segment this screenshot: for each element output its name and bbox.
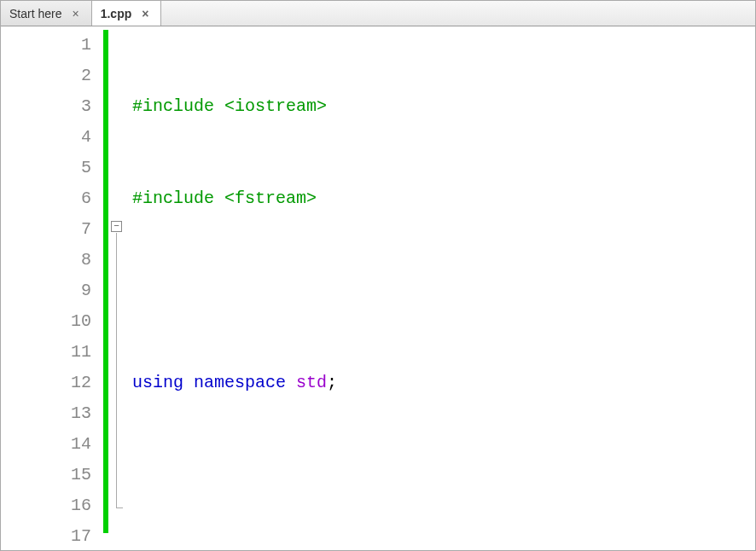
line-number: 4	[1, 122, 91, 153]
code-line	[132, 276, 755, 306]
line-number: 15	[1, 460, 91, 490]
line-number: 7	[1, 214, 91, 245]
line-number: 16	[1, 490, 91, 521]
line-number: 8	[1, 245, 91, 276]
line-number: 1	[1, 30, 91, 61]
editor-container: Start here × 1.cpp × 1 2 3 4 5 6 7 8 9 1…	[0, 0, 756, 551]
tab-label: 1.cpp	[101, 7, 132, 20]
header-name: <iostream>	[224, 96, 327, 116]
keyword: namespace	[194, 373, 286, 392]
line-number: 2	[1, 61, 91, 91]
tab-bar: Start here × 1.cpp ×	[1, 1, 755, 26]
fold-column: −	[108, 26, 125, 550]
keyword: using	[132, 373, 183, 392]
tab-label: Start here	[9, 7, 61, 20]
line-number: 9	[1, 276, 91, 306]
fold-toggle-icon[interactable]: −	[111, 221, 122, 232]
line-number: 6	[1, 183, 91, 214]
code-line: using namespace std;	[132, 368, 755, 398]
line-number: 10	[1, 306, 91, 337]
code-line	[132, 460, 755, 490]
line-number: 14	[1, 429, 91, 460]
line-number: 5	[1, 153, 91, 183]
fold-guide-end	[116, 508, 123, 508]
code-line: #include <fstream>	[132, 183, 755, 214]
line-number: 3	[1, 91, 91, 122]
close-icon[interactable]: ×	[138, 7, 152, 20]
line-number: 12	[1, 368, 91, 398]
preprocessor-directive: #include	[132, 96, 224, 116]
editor-body: 1 2 3 4 5 6 7 8 9 10 11 12 13 14 15 16 1…	[1, 26, 755, 550]
tab-1-cpp[interactable]: 1.cpp ×	[92, 1, 162, 26]
line-number: 13	[1, 398, 91, 429]
tab-start-here[interactable]: Start here ×	[1, 1, 92, 26]
line-number-gutter: 1 2 3 4 5 6 7 8 9 10 11 12 13 14 15 16 1…	[1, 26, 103, 550]
punctuation: ;	[327, 373, 337, 392]
line-number: 17	[1, 521, 91, 550]
fold-guide-line	[116, 233, 117, 508]
header-name: <fstream>	[224, 188, 317, 208]
code-area[interactable]: #include <iostream> #include <fstream> u…	[125, 26, 755, 550]
preprocessor-directive: #include	[132, 188, 224, 208]
code-line: #include <iostream>	[132, 91, 755, 122]
line-number: 11	[1, 337, 91, 368]
close-icon[interactable]: ×	[68, 7, 82, 20]
identifier: std	[296, 373, 327, 392]
